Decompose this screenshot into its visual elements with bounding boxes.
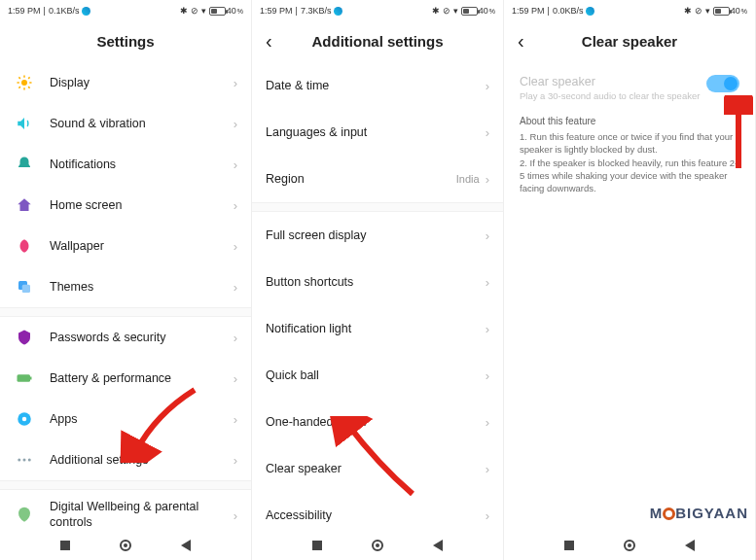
header: Settings: [0, 19, 251, 62]
row-label: Home screen: [50, 198, 234, 212]
row-fullscreen[interactable]: Full screen display ›: [252, 212, 503, 259]
row-passwords[interactable]: Passwords & security ›: [0, 317, 251, 358]
chevron-right-icon: ›: [486, 462, 489, 476]
sound-icon: [14, 113, 35, 134]
svg-line-6: [28, 87, 30, 88]
chevron-right-icon: ›: [486, 228, 489, 243]
row-sound[interactable]: Sound & vibration ›: [0, 103, 251, 144]
row-label: Notifications: [50, 158, 234, 171]
display-icon: [14, 72, 35, 93]
row-themes[interactable]: Themes ›: [0, 266, 251, 307]
clear-speaker-toggle[interactable]: [706, 75, 739, 92]
wallpaper-icon: [14, 235, 35, 257]
back-button[interactable]: [433, 540, 443, 551]
chevron-right-icon: ›: [486, 172, 489, 187]
recents-button[interactable]: [564, 541, 574, 550]
nav-bar: [252, 531, 503, 560]
separator: [0, 307, 251, 317]
app-indicator-icon: [334, 7, 342, 16]
row-wellbeing[interactable]: Digital Wellbeing & parental controls ›: [0, 490, 251, 531]
row-region[interactable]: Region India ›: [252, 156, 503, 202]
row-quick-ball[interactable]: Quick ball ›: [252, 352, 503, 399]
apps-icon: [14, 408, 35, 430]
home-button[interactable]: [372, 540, 383, 551]
bluetooth-icon: ✱: [180, 6, 188, 16]
header: ‹ Additional settings: [252, 19, 503, 62]
about-line-1: 1. Run this feature once or twice if you…: [520, 130, 739, 157]
wellbeing-icon: [14, 505, 35, 526]
about-line-2: 2. If the speaker is blocked heavily, ru…: [520, 157, 739, 195]
row-languages[interactable]: Languages & input ›: [252, 109, 503, 156]
clock: 1:59 PM: [8, 6, 41, 16]
row-wallpaper[interactable]: Wallpaper ›: [0, 226, 251, 266]
row-label: Button shortcuts: [266, 275, 486, 289]
chevron-right-icon: ›: [234, 117, 237, 131]
row-label: Full screen display: [266, 228, 486, 242]
chevron-right-icon: ›: [234, 508, 237, 523]
about-heading: About this feature: [520, 115, 739, 128]
settings-list[interactable]: Display › Sound & vibration › Notificati…: [0, 62, 251, 531]
dnd-icon: ⊘: [191, 6, 198, 16]
row-label: Sound & vibration: [50, 117, 234, 130]
chevron-right-icon: ›: [486, 125, 489, 140]
row-label: Battery & performance: [50, 371, 234, 385]
row-label: Display: [50, 76, 234, 89]
themes-icon: [14, 276, 35, 298]
row-label: Themes: [50, 280, 234, 294]
row-clear-speaker[interactable]: Clear speaker ›: [252, 445, 503, 492]
wifi-icon: ▾: [705, 6, 710, 16]
svg-rect-11: [18, 374, 31, 382]
row-notification-light[interactable]: Notification light ›: [252, 305, 503, 352]
svg-rect-10: [22, 285, 30, 293]
page-title: Settings: [0, 33, 251, 50]
recents-button[interactable]: [60, 541, 70, 550]
phone-clear-speaker: 1:59 PM | 0.0KB/s ✱ ⊘ ▾ 40% ‹ Clear spea…: [504, 0, 756, 560]
status-bar: 1:59 PM | 7.3KB/s ✱ ⊘ ▾ 40%: [252, 0, 503, 19]
row-notifications[interactable]: Notifications ›: [0, 144, 251, 185]
row-label: Notification light: [266, 322, 486, 335]
watermark: MBIGYAAN: [650, 505, 748, 521]
row-date-time[interactable]: Date & time ›: [252, 62, 503, 109]
back-button[interactable]: [685, 540, 695, 551]
back-button[interactable]: [181, 540, 191, 551]
chevron-right-icon: ›: [234, 453, 237, 468]
battery-indicator: 40%: [713, 6, 747, 16]
chevron-right-icon: ›: [234, 198, 237, 213]
row-accessibility[interactable]: Accessibility ›: [252, 492, 503, 531]
battery-indicator: 40%: [209, 6, 243, 16]
wifi-icon: ▾: [201, 6, 206, 16]
net-speed: 7.3KB/s: [301, 6, 332, 16]
row-label: Region: [266, 172, 456, 186]
recents-button[interactable]: [312, 541, 322, 550]
row-label: Date & time: [266, 79, 486, 92]
home-button[interactable]: [624, 540, 635, 551]
chevron-right-icon: ›: [234, 158, 237, 172]
row-one-handed[interactable]: One-handed mode ›: [252, 399, 503, 445]
row-battery[interactable]: Battery & performance ›: [0, 358, 251, 399]
home-button[interactable]: [120, 540, 131, 551]
svg-line-7: [18, 87, 20, 88]
chevron-right-icon: ›: [234, 371, 237, 386]
status-bar: 1:59 PM | 0.1KB/s ✱ ⊘ ▾ 40%: [0, 0, 251, 19]
svg-line-8: [28, 77, 30, 79]
dnd-icon: ⊘: [443, 6, 450, 16]
security-icon: [14, 327, 35, 348]
row-additional-settings[interactable]: Additional settings ›: [0, 439, 251, 480]
row-button-shortcuts[interactable]: Button shortcuts ›: [252, 259, 503, 305]
chevron-right-icon: ›: [234, 76, 237, 90]
toggle-subtitle: Play a 30-second audio to clear the spea…: [520, 90, 706, 101]
bluetooth-icon: ✱: [684, 6, 692, 16]
row-label: Additional settings: [50, 453, 234, 467]
net-speed: 0.0KB/s: [553, 6, 584, 16]
row-display[interactable]: Display ›: [0, 62, 251, 103]
row-home[interactable]: Home screen ›: [0, 185, 251, 226]
clock: 1:59 PM: [260, 6, 293, 16]
row-label: One-handed mode: [266, 415, 486, 429]
additional-list[interactable]: Date & time › Languages & input › Region…: [252, 62, 503, 531]
battery-icon: [14, 368, 35, 389]
row-apps[interactable]: Apps ›: [0, 399, 251, 439]
chevron-right-icon: ›: [234, 280, 237, 295]
chevron-right-icon: ›: [486, 508, 489, 523]
clear-speaker-toggle-row[interactable]: Clear speaker Play a 30-second audio to …: [504, 62, 755, 107]
svg-point-0: [21, 80, 27, 86]
